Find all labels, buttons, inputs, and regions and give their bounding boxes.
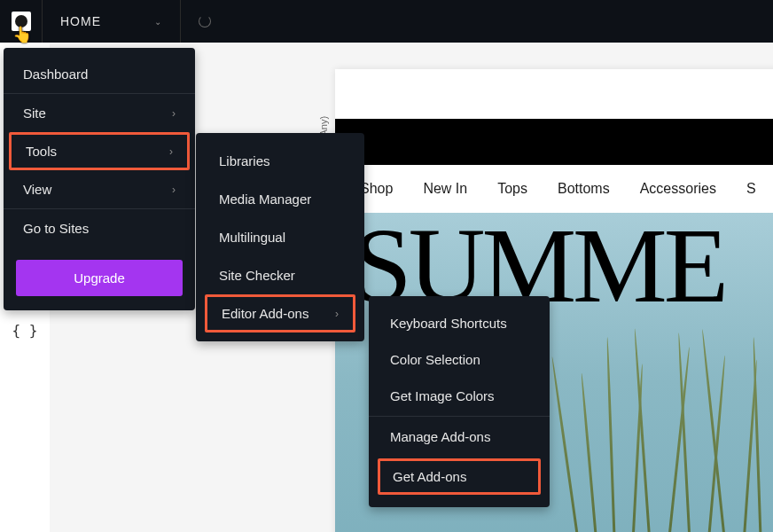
nav-link[interactable]: Shop	[360, 181, 393, 197]
chevron-right-icon: ›	[335, 308, 339, 320]
menu-label: Site	[23, 106, 46, 121]
menu-label: Keyboard Shortcuts	[390, 316, 507, 331]
menu-site-checker[interactable]: Site Checker	[196, 256, 364, 294]
menu-label: Get Add-ons	[393, 469, 466, 484]
menu-manage-addons[interactable]: Manage Add-ons	[369, 419, 550, 455]
hero-image-grass	[560, 319, 773, 532]
menu-dashboard[interactable]: Dashboard	[4, 55, 195, 93]
menu-site[interactable]: Site ›	[4, 94, 195, 132]
page-selector-dropdown[interactable]: HOME ⌄	[43, 0, 181, 43]
nav-link[interactable]: Tops	[497, 181, 527, 197]
chevron-right-icon: ›	[172, 184, 176, 196]
main-menu: Dashboard Site › Tools › View › Go to Si…	[4, 48, 195, 310]
upgrade-button[interactable]: Upgrade	[16, 260, 183, 296]
menu-color-selection[interactable]: Color Selection	[369, 341, 550, 378]
page-selector-label: HOME	[60, 14, 101, 28]
chevron-down-icon: ⌄	[154, 17, 162, 27]
menu-label: Site Checker	[219, 268, 295, 283]
highlight-get-addons: Get Add-ons	[378, 458, 541, 495]
menu-get-addons[interactable]: Get Add-ons	[380, 461, 538, 492]
menu-label: Manage Add-ons	[390, 429, 490, 444]
code-braces-icon[interactable]: { }	[0, 309, 50, 351]
page-header-bar	[335, 119, 773, 165]
menu-label: Editor Add-ons	[222, 306, 308, 321]
menu-label: Multilingual	[219, 230, 285, 245]
nav-link[interactable]: Accessories	[640, 181, 716, 197]
nav-link[interactable]: New In	[423, 181, 467, 197]
menu-label: Tools	[26, 144, 57, 159]
menu-label: Libraries	[219, 153, 270, 168]
editor-addons-submenu: Keyboard Shortcuts Color Selection Get I…	[369, 296, 550, 507]
highlight-editor-addons: Editor Add-ons ›	[205, 294, 355, 332]
menu-label: Go to Sites	[23, 221, 89, 236]
highlight-tools: Tools ›	[9, 132, 190, 170]
menu-multilingual[interactable]: Multilingual	[196, 218, 364, 256]
topbar: 👆 HOME ⌄	[0, 0, 773, 43]
menu-label: Media Manager	[219, 192, 311, 207]
nav-link[interactable]: S	[746, 181, 756, 197]
menu-label: View	[23, 182, 51, 197]
loading-spinner-icon	[199, 15, 211, 27]
menu-label: Get Image Colors	[390, 388, 495, 403]
menu-media-manager[interactable]: Media Manager	[196, 180, 364, 218]
menu-libraries[interactable]: Libraries	[196, 142, 364, 180]
menu-tools[interactable]: Tools ›	[12, 135, 187, 168]
menu-keyboard-shortcuts[interactable]: Keyboard Shortcuts	[369, 305, 550, 341]
tools-submenu: Libraries Media Manager Multilingual Sit…	[196, 133, 364, 341]
menu-view[interactable]: View ›	[4, 170, 195, 208]
menu-go-to-sites[interactable]: Go to Sites	[4, 209, 195, 247]
chevron-right-icon: ›	[169, 145, 173, 158]
menu-get-image-colors[interactable]: Get Image Colors	[369, 378, 550, 414]
upgrade-label: Upgrade	[74, 270, 125, 286]
menu-label: Color Selection	[390, 352, 480, 367]
page-nav: Shop New In Tops Bottoms Accessories S	[335, 165, 773, 213]
nav-link[interactable]: Bottoms	[558, 181, 610, 197]
menu-editor-addons[interactable]: Editor Add-ons ›	[207, 297, 353, 330]
logo-button[interactable]	[0, 0, 43, 43]
menu-label: Dashboard	[23, 66, 88, 82]
chevron-right-icon: ›	[172, 107, 176, 120]
